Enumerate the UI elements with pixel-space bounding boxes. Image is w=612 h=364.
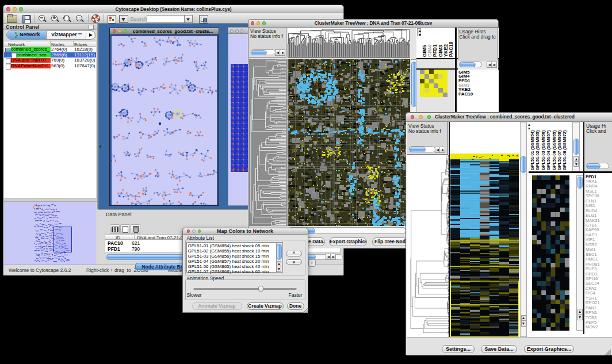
svg-text:GPL51-04 (GSM857): GPL51-04 (GSM857) <box>546 130 551 170</box>
svg-text:PAC10: PAC10 <box>448 41 454 57</box>
svg-text:GPL51-06 (GSM865): GPL51-06 (GSM865) <box>552 130 557 170</box>
svg-text:GPL51-07 (GSM868): GPL51-07 (GSM868) <box>557 130 562 170</box>
svg-text:GPL51-08 (GSM872): GPL51-08 (GSM872) <box>562 130 567 170</box>
svg-text:GPL51-03 (GSM856): GPL51-03 (GSM856) <box>541 130 546 170</box>
svg-text:GPL51-02 (GSM855): GPL51-02 (GSM855) <box>535 130 540 170</box>
svg-text:GPL51-01 (GSM854): GPL51-01 (GSM854) <box>530 130 535 170</box>
